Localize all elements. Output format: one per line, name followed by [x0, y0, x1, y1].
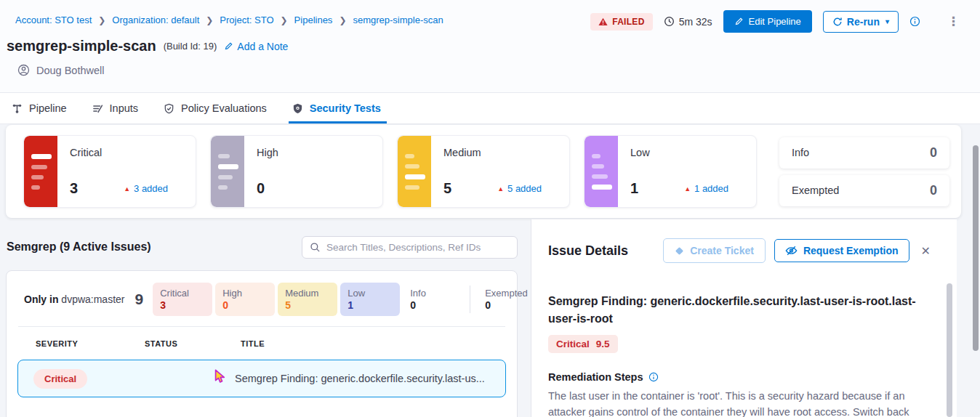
added-triangle-icon: ▲: [684, 185, 691, 193]
sliders-icon: [92, 103, 103, 114]
card-label: High: [257, 147, 372, 158]
filter-chip-high[interactable]: High 0: [215, 283, 275, 316]
filter-chip-low[interactable]: Low 1: [340, 283, 400, 316]
filter-row: Only in dvpwa:master 9 Critical 3 High 0…: [7, 271, 517, 325]
mouse-cursor-icon: [214, 369, 226, 384]
breadcrumb-organization[interactable]: Organization: default: [112, 15, 199, 25]
low-severity-icon: [585, 136, 618, 207]
breadcrumb-separator: ❯: [281, 15, 288, 25]
card-added: ▲ 3 added: [124, 183, 168, 194]
scope-target: dvpwa:master: [61, 293, 124, 305]
add-note-link[interactable]: Add a Note: [224, 41, 288, 52]
breadcrumb-pipelines[interactable]: Pipelines: [294, 15, 333, 25]
card-label: Info: [792, 147, 809, 158]
user-row: Doug Bothwell: [17, 64, 105, 76]
duration-value: 5m 32s: [679, 16, 712, 28]
severity-score-badge: Critical 9.5: [548, 335, 618, 353]
remediation-body: The last user in the container is 'root'…: [548, 390, 909, 417]
chip-count: 5: [285, 299, 330, 311]
tab-label: Policy Evaluations: [181, 102, 267, 114]
scope-prefix: Only in: [24, 293, 58, 305]
chip-count: 0: [410, 299, 455, 311]
user-name: Doug Bothwell: [36, 65, 105, 76]
more-options-icon[interactable]: ⋮: [947, 14, 960, 29]
issues-list-card: Only in dvpwa:master 9 Critical 3 High 0…: [6, 270, 518, 417]
card-count: 0: [930, 183, 937, 198]
edit-pipeline-label: Edit Pipeline: [749, 16, 801, 27]
side-cards: Info 0 Exempted 0: [779, 137, 949, 206]
issue-row-title: Semgrep Finding: generic.dockerfile.secu…: [235, 373, 485, 384]
search-input[interactable]: [326, 242, 510, 253]
chip-label: Info: [410, 288, 455, 299]
tab-label: Inputs: [110, 102, 139, 114]
remediation-heading: Remediation Steps: [548, 371, 643, 383]
create-ticket-label: Create Ticket: [690, 245, 754, 256]
request-exemption-button[interactable]: Request Exemption: [774, 239, 909, 262]
breadcrumb-project[interactable]: Project: STO: [220, 15, 273, 25]
chip-count: 0: [222, 299, 268, 311]
issues-heading: Semgrep (9 Active Issues): [7, 240, 151, 254]
chip-label: Low: [348, 288, 393, 299]
info-icon[interactable]: [909, 16, 920, 27]
issue-details-panel: Issue Details Create Ticket Request Exem…: [531, 219, 957, 417]
edit-pipeline-button[interactable]: Edit Pipeline: [723, 10, 812, 33]
added-label: 3 added: [134, 183, 168, 194]
tab-policy-evaluations[interactable]: Policy Evaluations: [164, 93, 267, 124]
column-header-severity: SEVERITY: [36, 339, 145, 348]
details-scrollbar[interactable]: [947, 283, 952, 417]
search-icon: [310, 242, 321, 253]
column-header-status: STATUS: [145, 339, 241, 348]
tab-label: Security Tests: [310, 102, 381, 114]
rerun-button[interactable]: Re-run ▾: [823, 11, 899, 33]
medium-severity-icon: [398, 136, 431, 207]
severity-score: 9.5: [596, 339, 610, 349]
create-ticket-button[interactable]: Create Ticket: [663, 238, 766, 263]
pipeline-icon: [12, 103, 23, 114]
filter-chip-exempted[interactable]: Exempted 0: [478, 283, 537, 316]
info-icon[interactable]: [648, 372, 659, 382]
remediation-heading-row: Remediation Steps: [548, 371, 931, 383]
summary-card-critical: Critical 3 ▲ 3 added: [23, 135, 196, 208]
card-count: 0: [257, 180, 265, 197]
finding-title: Semgrep Finding: generic.dockerfile.secu…: [548, 293, 931, 328]
card-label: Exempted: [792, 185, 839, 196]
breadcrumb-separator: ❯: [206, 15, 213, 25]
breadcrumb-separator: ❯: [98, 15, 105, 25]
summary-card-low: Low 1 ▲ 1 added: [584, 135, 757, 208]
build-id: (Build Id: 19): [164, 41, 217, 52]
pencil-icon: [224, 41, 233, 51]
added-label: 5 added: [507, 183, 542, 194]
chip-label: Medium: [285, 288, 330, 299]
tab-inputs[interactable]: Inputs: [92, 93, 139, 124]
filter-chip-critical[interactable]: Critical 3: [153, 283, 212, 316]
chip-divider: [470, 286, 470, 313]
chevron-down-icon: ▾: [885, 17, 889, 25]
title-row: semgrep-simple-scan (Build Id: 19) Add a…: [7, 38, 288, 54]
filter-chip-info[interactable]: Info 0: [403, 283, 462, 316]
breadcrumb-current-pipeline[interactable]: semgrep-simple-scan: [353, 15, 443, 25]
summary-card-medium: Medium 5 ▲ 5 added: [397, 135, 570, 208]
tab-security-tests[interactable]: Security Tests: [292, 93, 381, 124]
rerun-label: Re-run: [847, 16, 880, 28]
scope-label: Only in dvpwa:master: [24, 293, 125, 305]
chip-label: Exempted: [485, 288, 530, 299]
issue-table-row-selected[interactable]: Critical Semgrep Finding: generic.docker…: [17, 360, 506, 397]
tab-pipeline[interactable]: Pipeline: [12, 93, 67, 124]
chip-count: 1: [348, 299, 393, 311]
user-avatar-icon: [17, 64, 30, 76]
card-added: ▲ 1 added: [684, 183, 728, 194]
close-icon[interactable]: ✕: [921, 244, 931, 258]
remediation-text: The last user in the container is 'root'…: [548, 389, 931, 417]
tab-label: Pipeline: [29, 102, 67, 114]
severity-label: Critical: [556, 339, 590, 349]
pipeline-duration: 5m 32s: [664, 16, 712, 28]
status-badge-label: FAILED: [612, 17, 644, 27]
page-scrollbar[interactable]: [973, 145, 979, 351]
summary-card-exempted: Exempted 0: [779, 175, 949, 206]
breadcrumb-account[interactable]: Account: STO test: [15, 15, 92, 25]
refresh-icon: [832, 17, 843, 27]
added-triangle-icon: ▲: [497, 185, 504, 193]
search-box: [302, 236, 518, 259]
status-badge: FAILED: [590, 13, 652, 31]
filter-chip-medium[interactable]: Medium 5: [278, 283, 337, 316]
